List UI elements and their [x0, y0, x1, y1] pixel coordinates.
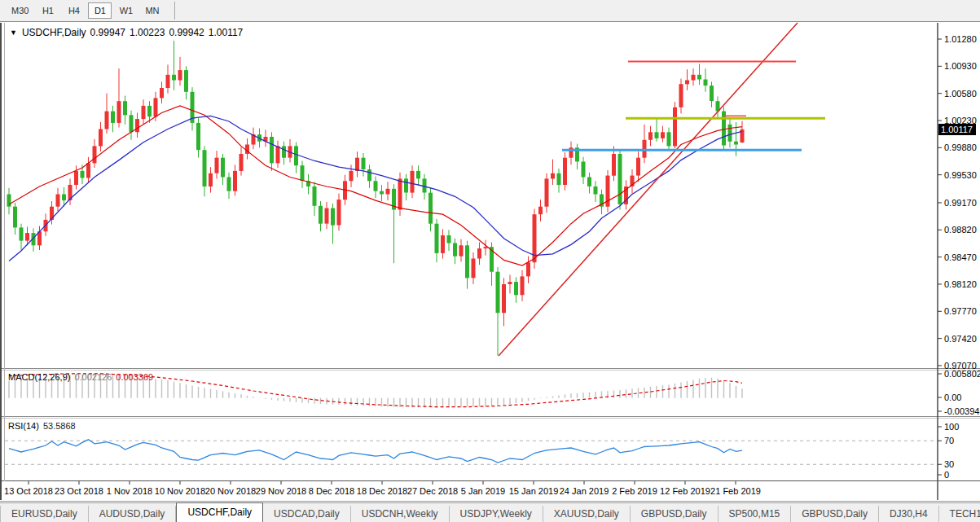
high-value: 1.00223: [130, 27, 165, 38]
price-axis-label: 1.01280: [944, 34, 977, 44]
price-axis-label: 1.00580: [944, 89, 977, 99]
macd-main-value: 0.002126: [74, 372, 112, 382]
chart-tab-eurusd-0[interactable]: EURUSD,Daily: [1, 506, 89, 522]
price-axis-label: 0.98820: [944, 225, 977, 235]
symbol-period-label: USDCHF,Daily: [22, 27, 86, 38]
window-left-edge: [0, 23, 2, 500]
rsi-name: RSI(14): [8, 421, 39, 431]
macd-signal-value: 0.003369: [116, 372, 153, 382]
current-price-tag: 1.00117: [938, 124, 976, 135]
price-axis-label: 0.98120: [944, 279, 977, 289]
macd-axis-label: 0.005802: [944, 369, 980, 379]
timeframe-button-w1[interactable]: W1: [114, 2, 138, 19]
chart-tab-usdcad-3[interactable]: USDCAD,Daily: [263, 506, 351, 522]
time-axis-label: 18 Dec 2018: [357, 486, 407, 496]
chart-tab-xauusd-6[interactable]: XAUUSD,Daily: [543, 506, 631, 522]
main-chart-panel[interactable]: [0, 23, 980, 368]
time-axis-label: 23 Oct 2018: [55, 486, 103, 496]
macd-axis-label: -0.003945: [944, 406, 980, 416]
timeframe-button-h1[interactable]: H1: [36, 2, 59, 19]
chart-tab-gbpusd-7[interactable]: GBPUSD,Daily: [631, 506, 719, 522]
time-axis-label: 21 Feb 2019: [710, 486, 761, 496]
close-value: 1.00117: [209, 27, 244, 38]
divider: [0, 370, 980, 371]
time-axis-label: 29 Nov 2018: [256, 486, 306, 496]
time-axis-label: 13 Oct 2018: [4, 486, 53, 496]
time-axis-label: 5 Jan 2019: [461, 486, 505, 496]
price-axis-label: 0.99170: [944, 198, 977, 208]
timeframe-button-mn[interactable]: MN: [140, 2, 164, 19]
macd-axis-label: 0.00: [944, 393, 961, 402]
time-axis-label: 20 Nov 2018: [205, 486, 256, 496]
time-axis-label: 10 Nov 2018: [155, 486, 205, 496]
chart-tab-audusd-1[interactable]: AUDUSD,Daily: [89, 506, 177, 522]
chart-tab-usdcnh-4[interactable]: USDCNH,Weekly: [351, 506, 450, 522]
open-value: 0.99947: [90, 27, 125, 38]
price-axis-label: 0.97420: [944, 334, 977, 344]
divider: [0, 480, 980, 481]
rsi-axis-label: 30: [944, 459, 954, 469]
divider: [0, 368, 980, 369]
toolbar-separator: [174, 2, 175, 20]
macd-label: MACD(12,26,9)0.0021260.003369: [8, 372, 153, 382]
timeframe-button-h4[interactable]: H4: [62, 2, 86, 19]
rsi-axis-label: 70: [944, 436, 954, 445]
chevron-down-icon[interactable]: ▼: [10, 29, 17, 37]
timeframe-button-m30[interactable]: M30: [7, 2, 33, 19]
time-axis-label: 27 Dec 2018: [407, 486, 458, 496]
price-axis-label: 0.98470: [944, 252, 977, 262]
rsi-value: 53.5868: [43, 421, 76, 431]
chart-tab-usdjpy-5[interactable]: USDJPY,Weekly: [450, 506, 543, 522]
plot-left-border: [4, 23, 5, 481]
chart-tab-sp500-8[interactable]: SP500,M15: [719, 506, 792, 522]
price-axis-label: 1.00930: [944, 61, 977, 71]
rsi-axis-label: 0: [944, 470, 949, 480]
macd-name: MACD(12,26,9): [8, 372, 70, 382]
rsi-indicator-panel[interactable]: [0, 419, 980, 480]
low-value: 0.99942: [169, 27, 204, 38]
price-axis-label: 0.97770: [944, 306, 977, 316]
divider: [0, 501, 980, 502]
divider: [0, 418, 980, 419]
time-axis-label: 15 Jan 2019: [509, 486, 559, 496]
price-axis-label: 0.99530: [944, 170, 977, 180]
divider: [0, 416, 980, 417]
chart-tab-usdchf-2[interactable]: USDCHF,Daily: [176, 502, 263, 522]
price-axis-label: 0.99880: [944, 143, 977, 152]
chart-ohlc-header: ▼USDCHF,Daily0.999471.002230.999421.0011…: [10, 27, 243, 38]
chart-tab-dj30-10[interactable]: DJ30,H4: [879, 506, 939, 522]
chart-tab-tech1-11[interactable]: TECH1: [939, 506, 980, 522]
time-axis-label: 12 Feb 2019: [660, 486, 710, 496]
time-axis-label: 2 Feb 2019: [612, 486, 657, 496]
time-axis-label: 24 Jan 2019: [560, 486, 609, 496]
timeframe-button-d1[interactable]: D1: [88, 2, 112, 19]
symbol-tab-bar: EURUSD,DailyAUDUSD,DailyUSDCHF,DailyUSDC…: [0, 502, 980, 522]
time-axis-label: 1 Nov 2018: [107, 486, 152, 496]
chart-tab-gbpusd-9[interactable]: GBPUSD,Daily: [791, 506, 879, 522]
time-axis-label: 8 Dec 2018: [309, 486, 354, 496]
rsi-axis-label: 100: [944, 422, 959, 432]
timeframe-toolbar: M30H1H4D1W1MN: [0, 0, 980, 22]
rsi-label: RSI(14)53.5868: [8, 421, 76, 431]
